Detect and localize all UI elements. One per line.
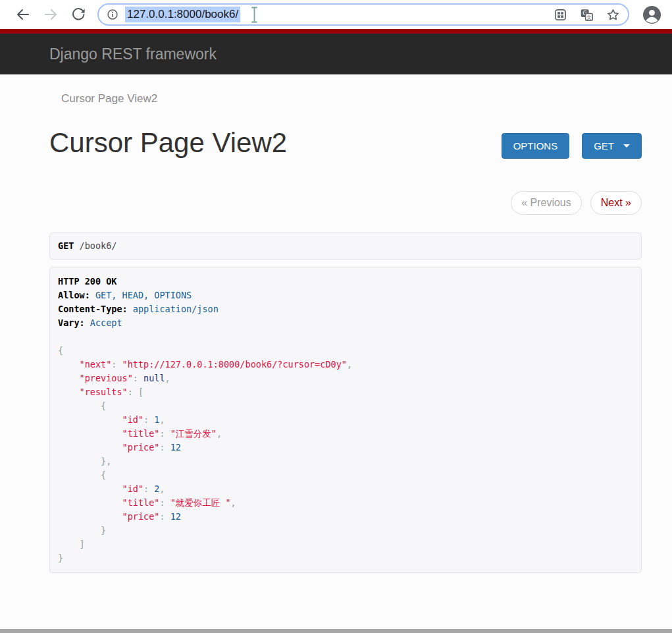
action-buttons: OPTIONS GET (502, 133, 642, 159)
get-dropdown-button[interactable]: GET (582, 133, 642, 159)
apps-grid-icon[interactable] (554, 8, 567, 22)
pagination: « Previous Next » (49, 191, 642, 215)
drf-navbar: Django REST framework (0, 34, 672, 74)
page-title: Cursor Page View2 (49, 126, 287, 159)
request-bar: GET /book6/ (49, 233, 642, 260)
caret-down-icon (623, 144, 630, 148)
bookmark-star-icon[interactable] (606, 8, 620, 22)
svg-text:文: 文 (586, 14, 592, 20)
back-icon[interactable] (15, 7, 31, 22)
request-path: /book6/ (74, 240, 116, 251)
page-header: Cursor Page View2 OPTIONS GET (49, 126, 642, 159)
text-cursor-pointer (251, 7, 258, 23)
navbar-brand: Django REST framework (49, 45, 217, 63)
translate-icon[interactable]: G文 (580, 8, 594, 22)
reload-icon[interactable] (70, 7, 86, 22)
previous-page-button[interactable]: « Previous (511, 191, 582, 215)
response-body: HTTP 200 OKAllow: GET, HEAD, OPTIONSCont… (49, 267, 642, 573)
options-button[interactable]: OPTIONS (502, 133, 570, 159)
breadcrumb[interactable]: Cursor Page View2 (49, 92, 642, 105)
page-content: Cursor Page View2 Cursor Page View2 OPTI… (49, 92, 642, 573)
next-page-button[interactable]: Next » (590, 191, 642, 215)
forward-icon[interactable] (43, 7, 59, 22)
browser-toolbar: 127.0.0.1:8000/book6/ G文 (0, 0, 672, 29)
window-bottom-edge (0, 629, 672, 633)
request-method: GET (58, 240, 74, 251)
window-accent-line (0, 29, 672, 34)
options-button-label: OPTIONS (513, 140, 558, 151)
profile-avatar[interactable] (642, 5, 661, 24)
page-info-icon[interactable] (107, 9, 118, 20)
get-button-label: GET (594, 140, 614, 151)
url-text[interactable]: 127.0.0.1:8000/book6/ (125, 7, 240, 22)
url-bar[interactable]: 127.0.0.1:8000/book6/ G文 (97, 3, 629, 26)
